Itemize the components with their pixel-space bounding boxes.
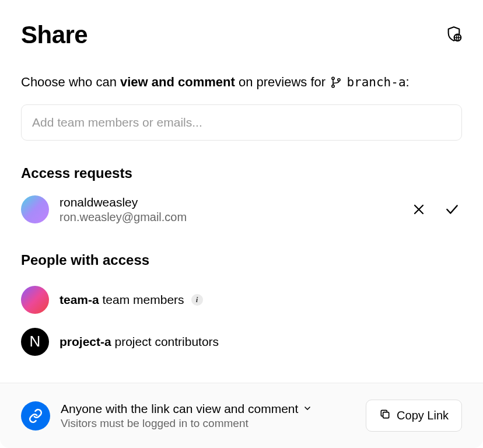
request-actions bbox=[410, 200, 462, 219]
access-entity-name: team-a bbox=[60, 293, 99, 306]
header: Share bbox=[21, 21, 462, 49]
people-with-access-heading: People with access bbox=[21, 252, 462, 268]
copy-link-label: Copy Link bbox=[397, 409, 449, 422]
access-requests-heading: Access requests bbox=[21, 165, 462, 181]
footer-main-text: Anyone with the link can view and commen… bbox=[61, 402, 298, 416]
access-label: project-a project contributors bbox=[60, 335, 219, 349]
copy-link-button[interactable]: Copy Link bbox=[366, 400, 462, 432]
avatar-letter: N bbox=[30, 332, 41, 351]
share-modal: Share Choose who can view and comment on… bbox=[0, 0, 483, 448]
desc-bold: view and comment bbox=[120, 75, 235, 89]
access-entity-suffix: team members bbox=[99, 293, 184, 306]
access-request-row: ronaldweasley ron.weasley@gmail.com bbox=[21, 192, 462, 228]
modal-content: Share Choose who can view and comment on… bbox=[0, 0, 483, 383]
footer-sub-text: Visitors must be logged in to comment bbox=[61, 417, 355, 430]
shield-globe-icon[interactable] bbox=[446, 26, 462, 44]
avatar: N bbox=[21, 328, 49, 356]
description: Choose who can view and comment on previ… bbox=[21, 74, 462, 92]
info-icon[interactable]: i bbox=[191, 294, 203, 306]
footer-text: Anyone with the link can view and commen… bbox=[61, 402, 355, 430]
link-icon bbox=[21, 401, 50, 430]
svg-rect-4 bbox=[383, 412, 389, 418]
git-branch-icon bbox=[329, 75, 343, 89]
person-info: ronaldweasley ron.weasley@gmail.com bbox=[60, 195, 399, 224]
deny-button[interactable] bbox=[410, 200, 428, 219]
desc-prefix: Choose who can bbox=[21, 75, 120, 89]
access-entity-name: project-a bbox=[60, 335, 111, 348]
approve-button[interactable] bbox=[442, 200, 462, 219]
link-permission-dropdown[interactable]: Anyone with the link can view and commen… bbox=[61, 402, 355, 416]
copy-icon bbox=[379, 408, 391, 423]
svg-point-3 bbox=[338, 79, 340, 81]
access-row: N project-a project contributors bbox=[21, 321, 462, 363]
access-label: team-a team members i bbox=[60, 293, 203, 307]
modal-title: Share bbox=[21, 21, 88, 49]
request-username: ronaldweasley bbox=[60, 195, 399, 209]
check-icon bbox=[444, 202, 460, 217]
request-email: ron.weasley@gmail.com bbox=[60, 211, 399, 224]
chevron-down-icon bbox=[303, 402, 312, 416]
svg-point-2 bbox=[332, 85, 334, 88]
avatar bbox=[21, 195, 49, 223]
svg-point-1 bbox=[332, 77, 334, 79]
add-members-input[interactable] bbox=[21, 104, 462, 141]
access-row: team-a team members i bbox=[21, 279, 462, 321]
desc-mid: on previews for bbox=[235, 75, 329, 89]
footer: Anyone with the link can view and commen… bbox=[0, 383, 483, 448]
close-icon bbox=[412, 202, 426, 216]
access-entity-suffix: project contributors bbox=[111, 335, 219, 348]
branch-name: branch-a bbox=[346, 75, 405, 89]
avatar bbox=[21, 286, 49, 314]
desc-suffix: : bbox=[406, 75, 410, 89]
